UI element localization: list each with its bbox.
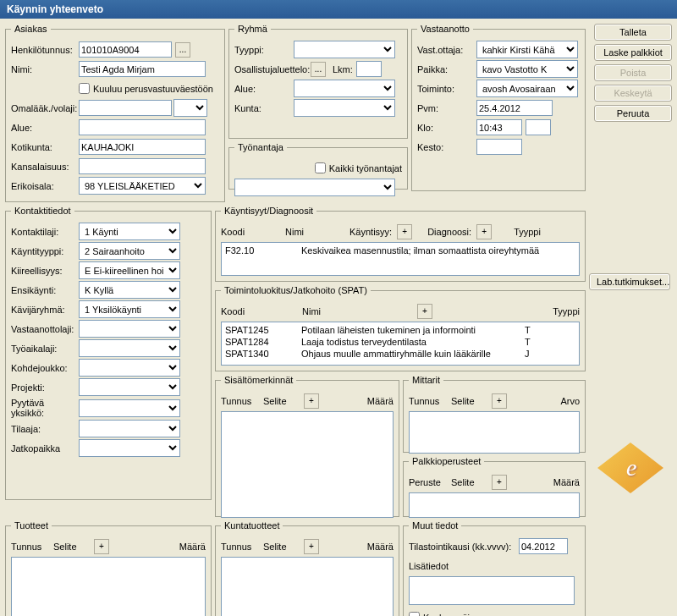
pyytava-select[interactable] [79,399,180,417]
toim-list[interactable]: SPAT1245Potilaan läheisten tukeminen ja … [221,322,580,366]
kayntityyppi-label: Käyntityyppi: [11,246,79,256]
jatkopaikka-select[interactable] [79,439,180,457]
kontaktitiedot-group: Kontaktitiedot Kontaktilaji:1 Käynti Käy… [5,206,212,500]
peruuta-button[interactable]: Peruuta [594,105,672,122]
kayntisyyt-hdr-kayntisyy: Käyntisyy: [350,227,392,237]
mittarit-add-button[interactable]: + [492,393,507,409]
kayntityyppi-select[interactable]: 2 Sairaanhoito [79,242,180,260]
kayntisyyt-hdr-tyyppi: Tyyppi [514,227,541,237]
tyonantaja-group: Työnantaja Kaikki työnantajat [228,142,408,190]
sisalto-list[interactable] [221,411,394,518]
toim-hdr-koodi: Koodi [221,306,297,316]
pvm-input[interactable] [476,100,553,116]
mittarit-hdr-selite: Selite [451,396,488,406]
tuotteet-group: Tuotteet Tunnus Selite + Määrä [5,520,212,616]
projekti-label: Projekti: [11,382,79,393]
vastaanottolaji-select[interactable] [79,320,180,338]
lkm-input[interactable] [356,61,382,77]
kesto-input[interactable] [476,139,522,155]
omalaak-input[interactable] [79,100,172,116]
toim-row[interactable]: SPAT1340Ohjaus muulle ammattiryhmälle ku… [225,348,575,360]
kesto-label: Kesto: [417,142,476,152]
talleta-button[interactable]: Talleta [594,24,672,41]
kiireellisyys-select[interactable]: E Ei-kiireellinen hoi [79,261,180,279]
palkkio-hdr-selite: Selite [451,477,488,487]
kuntatuotteet-legend: Kuntatuotteet [221,520,283,531]
vastaanotto-group: Vastaanotto Vast.ottaja: kahkir Kirsti K… [411,24,586,191]
mittarit-list[interactable] [409,411,580,454]
kayntisyyt-legend: Käyntisyyt/Diagnoosit [221,206,316,216]
palkkio-legend: Palkkioperusteet [409,456,484,466]
kansalaisuus-input[interactable] [79,158,206,174]
asiakas-alue-input[interactable] [79,119,206,135]
kayntisyyt-hdr-diagnoosi: Diagnoosi: [427,227,471,237]
kavijaryhma-select[interactable]: 1 Yksilökäynti [79,300,180,318]
kotikunta-input[interactable] [79,139,206,155]
henkilotunnus-lookup-button[interactable]: ... [175,42,190,58]
tuotteet-add-button[interactable]: + [94,539,109,554]
kunta-add-button[interactable]: + [304,539,319,554]
lkm-label: Lkm: [333,64,353,74]
palkkio-list[interactable] [409,492,580,518]
tyyppi-select[interactable] [294,41,395,58]
keskenerainen-label: Keskeneräinen [423,613,485,617]
erikoisala-select[interactable]: 98 YLEISLÄÄKETIED [79,177,206,195]
kaikki-tyonantajat-checkbox[interactable] [315,162,326,173]
toiminto-label: Toiminto: [417,84,476,94]
nimi-input[interactable] [79,61,206,77]
sisalto-add-button[interactable]: + [304,393,319,409]
sisaltomerk-group: Sisältömerkinnät Tunnus Selite + Määrä [215,375,399,517]
tyonantaja-select[interactable] [234,179,395,196]
erikoisala-label: Erikoisala: [11,181,79,191]
kontaktitiedot-legend: Kontaktitiedot [11,206,74,216]
laske-palkkiot-button[interactable]: Laske palkkiot [594,44,672,61]
tyoaikalaji-select[interactable] [79,339,180,357]
klo-input-2[interactable] [526,119,551,135]
palkkio-hdr-maara: Määrä [553,477,580,487]
tyonantaja-legend: Työnantaja [234,142,287,152]
kohdejoukko-select[interactable] [79,359,180,377]
ensikaynti-select[interactable]: K Kyllä [79,281,180,299]
toim-row[interactable]: SPAT1284Laaja todistus terveydentilastaT [225,336,575,348]
kontaktilaji-select[interactable]: 1 Käynti [79,223,180,240]
toiminto-select[interactable]: avosh Avosairaan [476,80,578,97]
ensikaynti-label: Ensikäynti: [11,285,79,295]
perusvast-label: Kuuluu perusvastuuväestöön [93,84,213,94]
tuotteet-list[interactable] [11,557,206,616]
ryhma-alue-select[interactable] [294,80,395,97]
keskeyta-button[interactable]: Keskeytä [594,85,672,102]
toimintoluokitus-group: Toimintoluokitus/Jatkohoito (SPAT) Koodi… [215,285,586,371]
tuotteet-hdr-maara: Määrä [179,542,206,552]
projekti-select[interactable] [79,378,180,396]
osallistuja-button[interactable]: ... [311,62,326,77]
kavijaryhma-label: Kävijäryhmä: [11,305,79,315]
kayntisyyt-row: F32.10 Keskivaikea masennustila; ilman s… [225,245,575,256]
vastottaja-select[interactable]: kahkir Kirsti Kähä [476,41,578,58]
palkkio-add-button[interactable]: + [492,475,507,490]
klo-input[interactable] [476,119,522,135]
lisatiedot-textarea[interactable] [409,576,575,605]
keskenerainen-checkbox[interactable] [409,612,420,616]
klo-label: Klo: [417,123,476,133]
henkilotunnus-input[interactable] [79,41,172,58]
osallistuja-label: Osallistujaluettelo: [234,64,311,74]
tilastointi-input[interactable] [519,538,568,554]
omalaak-select[interactable] [173,99,207,117]
kunta-select[interactable] [294,99,395,117]
kunta-hdr-tunnus: Tunnus [221,542,260,552]
jatkopaikka-label: Jatkopaikka [11,443,79,454]
lab-button[interactable]: Lab.tutkimukset... [589,273,670,290]
toim-row[interactable]: SPAT1245Potilaan läheisten tukeminen ja … [225,324,575,336]
toim-hdr-tyyppi: Tyyppi [553,306,580,316]
kayntisyy-add-button[interactable]: + [397,224,412,239]
perusvast-checkbox[interactable] [79,83,90,94]
paikka-select[interactable]: kavo Vastotto K [476,60,578,78]
poista-button[interactable]: Poista [594,64,672,81]
kontaktilaji-label: Kontaktilaji: [11,227,79,237]
diagnoosi-add-button[interactable]: + [476,224,492,239]
mittarit-hdr-arvo: Arvo [560,396,580,406]
kuntatuotteet-list[interactable] [221,557,394,616]
kayntisyyt-list[interactable]: F32.10 Keskivaikea masennustila; ilman s… [221,242,580,276]
tilaaja-select[interactable] [79,420,180,437]
toim-add-button[interactable]: + [417,304,432,319]
